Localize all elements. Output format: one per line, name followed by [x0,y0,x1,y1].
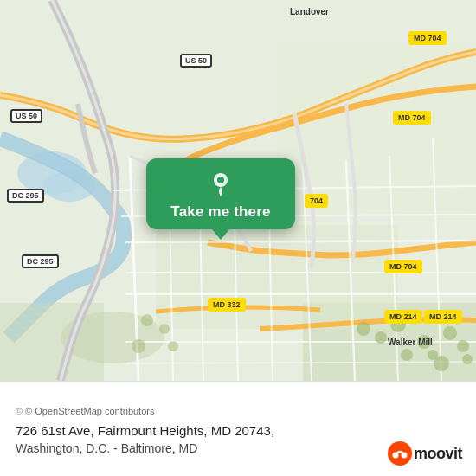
svg-point-41 [388,441,412,466]
svg-point-31 [457,340,469,352]
svg-point-34 [141,314,153,326]
md214-right-badge: MD 214 [384,310,422,324]
take-me-there-label: Take me there [170,203,270,221]
svg-rect-7 [277,43,476,216]
us50-top-badge: US 50 [180,54,212,68]
md704-bottom-right-badge: MD 704 [384,260,422,273]
dc295-bottom-badge: DC 295 [22,254,59,268]
landover-label: Landover [290,7,329,16]
md704-center-badge: 704 [305,194,328,208]
walker-mill-label: Walker Mill [388,338,433,347]
bottom-bar: © © OpenStreetMap contributors 726 61st … [0,381,476,476]
us50-left-badge: US 50 [10,109,42,123]
moovit-text: moovit [414,445,462,463]
address-line: 726 61st Ave, Fairmount Heights, MD 2074… [16,421,460,440]
svg-point-37 [168,341,178,351]
moovit-icon [388,441,412,466]
svg-point-24 [357,322,370,336]
md214-far-right-badge: MD 214 [424,310,462,324]
svg-point-40 [217,177,224,183]
svg-point-36 [132,339,145,353]
svg-point-30 [443,326,457,340]
copyright-symbol: © [16,406,23,416]
svg-point-25 [375,331,387,344]
osm-credit: © © OpenStreetMap contributors [16,406,460,416]
moovit-logo: moovit [388,441,462,466]
dc295-left-badge: DC 295 [7,189,44,203]
svg-point-28 [401,349,413,361]
svg-point-32 [434,356,449,371]
map-container: Landover Walker Mill US 50 US 50 DC 295 … [0,0,476,381]
svg-point-33 [462,354,473,364]
osm-credit-text: © OpenStreetMap contributors [25,406,154,416]
md704-right-top-badge: MD 704 [408,31,447,45]
take-me-there-button[interactable]: Take me there [146,158,294,229]
md332-badge: MD 332 [208,298,246,312]
md704-right-mid-badge: MD 704 [393,111,431,125]
pin-icon [205,167,236,198]
svg-point-35 [159,324,170,334]
